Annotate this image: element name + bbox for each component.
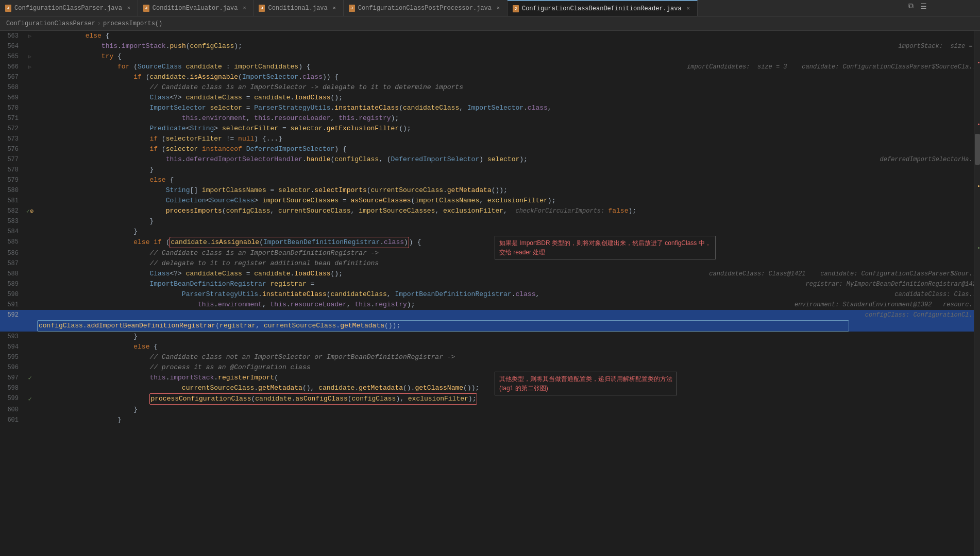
line-content: Class<?> candidateClass = candidate.load… bbox=[35, 269, 694, 279]
line-content: for (SourceClass candidate : importCandi… bbox=[35, 62, 671, 72]
table-row: 584 } bbox=[0, 227, 980, 237]
line-number: 588 bbox=[0, 269, 25, 279]
line-content: } bbox=[35, 415, 980, 425]
annotation-popup-597: 其他类型，则将其当做普通配置类，递归调用解析配置类的方法(tag1 的第二张图) bbox=[495, 372, 677, 395]
line-content: else { bbox=[35, 175, 980, 185]
tab-configurationclassbeandefinitionreader[interactable]: J ConfigurationClassBeanDefinitionReader… bbox=[508, 0, 698, 16]
line-markers bbox=[25, 405, 35, 415]
table-row: 596 // process it as an @Configuration c… bbox=[0, 362, 980, 373]
line-content: if (candidate.isAssignable(ImportSelecto… bbox=[35, 72, 980, 82]
table-row: 566 ▷ for (SourceClass candidate : impor… bbox=[0, 62, 980, 72]
line-number: 585 bbox=[0, 237, 25, 248]
tab-label: ConfigurationClassBeanDefinitionReader.j… bbox=[522, 5, 682, 12]
line-hint: configClass: ConfigurationCl... bbox=[849, 310, 980, 332]
line-markers bbox=[25, 134, 35, 144]
java-file-icon: J bbox=[5, 5, 11, 12]
line-number: 566 bbox=[0, 62, 25, 72]
line-content: this.deferredImportSelectorHandler.handl… bbox=[35, 154, 864, 165]
line-markers bbox=[25, 352, 35, 362]
line-number: 571 bbox=[0, 113, 25, 124]
tab-close-icon[interactable]: × bbox=[495, 5, 502, 12]
table-row: 589 ImportBeanDefinitionRegistrar regist… bbox=[0, 279, 980, 289]
line-content: processImports(configClass, currentSourc… bbox=[35, 206, 980, 216]
line-number: 579 bbox=[0, 175, 25, 185]
line-markers bbox=[25, 362, 35, 373]
table-row: 576 if (selector instanceof DeferredImpo… bbox=[0, 144, 980, 154]
table-row: 583 } bbox=[0, 216, 980, 227]
line-content: Class<?> candidateClass = candidate.load… bbox=[35, 93, 980, 103]
line-content: } bbox=[35, 165, 980, 175]
line-markers bbox=[25, 93, 35, 103]
table-row: 594 else { bbox=[0, 342, 980, 352]
breadcrumb-separator: › bbox=[97, 20, 101, 27]
fold-icon: ▷ bbox=[28, 33, 31, 39]
check-icon: ✓ bbox=[28, 395, 31, 403]
tab-configurationclassparser[interactable]: J ConfigurationClassParser.java × bbox=[0, 0, 138, 16]
scrollbar-track[interactable] bbox=[974, 31, 980, 556]
line-number: 597 bbox=[0, 373, 25, 383]
table-row: 573 if (selectorFilter != null) {...} bbox=[0, 134, 980, 144]
table-row: 563 ▷ else { bbox=[0, 31, 980, 41]
fold-icon: ▷ bbox=[28, 54, 31, 60]
line-markers bbox=[25, 248, 35, 258]
line-markers bbox=[25, 82, 35, 93]
tab-configurationclasspostprocessor[interactable]: J ConfigurationClassPostProcessor.java × bbox=[344, 0, 508, 16]
scrollbar-thumb[interactable] bbox=[975, 134, 980, 165]
fold-icon: ▷ bbox=[28, 64, 31, 70]
line-markers bbox=[25, 415, 35, 425]
line-content: this.environment, this.resourceLoader, t… bbox=[35, 300, 779, 310]
tab-label: ConfigurationClassParser.java bbox=[14, 5, 122, 12]
line-hint: importStack: size = 1 bbox=[890, 41, 980, 51]
line-markers bbox=[25, 72, 35, 82]
code-scroll-area[interactable]: 563 ▷ else { 564 this.importStack.push(c… bbox=[0, 31, 980, 556]
java-file-icon3: J bbox=[259, 5, 265, 12]
table-row: 588 Class<?> candidateClass = candidate.… bbox=[0, 269, 980, 279]
line-number: 587 bbox=[0, 258, 25, 269]
tab-close-icon[interactable]: × bbox=[331, 5, 338, 12]
line-number: 564 bbox=[0, 41, 25, 51]
table-row: 586 // Candidate class is an ImportBeanD… bbox=[0, 248, 980, 258]
line-content: String[] importClassNames = selector.sel… bbox=[35, 185, 980, 196]
tab-conditional[interactable]: J Conditional.java × bbox=[254, 0, 343, 16]
table-row: 570 ImportSelector selector = ParserStra… bbox=[0, 103, 980, 113]
tab-close-icon[interactable]: × bbox=[241, 5, 248, 12]
scroll-marker bbox=[978, 185, 979, 187]
line-content: this.environment, this.resourceLoader, t… bbox=[35, 113, 980, 124]
line-number: 590 bbox=[0, 289, 25, 300]
line-markers bbox=[25, 269, 35, 279]
line-number: 581 bbox=[0, 196, 25, 206]
line-markers bbox=[25, 279, 35, 289]
line-content: configClass.addImportBeanDefinitionRegis… bbox=[35, 310, 849, 332]
table-row: 598 currentSourceClass.getMetadata(), ca… bbox=[0, 383, 980, 393]
line-number: 565 bbox=[0, 51, 25, 62]
line-markers bbox=[25, 124, 35, 134]
java-file-icon2: J bbox=[143, 5, 149, 12]
line-markers: ✓ bbox=[25, 373, 35, 383]
tab-label: ConditionEvaluator.java bbox=[153, 5, 238, 12]
table-row: 590 ParserStrategyUtils.instantiateClass… bbox=[0, 289, 980, 300]
editor-toolbar: ⧉ ☰ bbox=[906, 1, 928, 11]
line-hint: registrar: MyImportBeanDefinitionRegistr… bbox=[790, 279, 980, 289]
line-hint: importCandidates: size = 3 candidate: Co… bbox=[671, 62, 980, 72]
split-editor-icon[interactable]: ⧉ bbox=[906, 1, 916, 11]
table-row: 569 Class<?> candidateClass = candidate.… bbox=[0, 93, 980, 103]
tab-close-icon[interactable]: × bbox=[685, 5, 692, 12]
tab-conditionevaluator[interactable]: J ConditionEvaluator.java × bbox=[138, 0, 254, 16]
line-markers bbox=[25, 300, 35, 310]
line-number: 594 bbox=[0, 342, 25, 352]
line-content: // delegate to it to register additional… bbox=[35, 258, 980, 269]
scroll-marker bbox=[978, 124, 979, 125]
line-hint: candidateClass: Clas... bbox=[879, 289, 980, 300]
line-content: else { bbox=[35, 342, 980, 352]
target-icon: ⊙ bbox=[30, 207, 33, 215]
line-markers bbox=[25, 185, 35, 196]
line-number: 582 bbox=[0, 206, 25, 216]
line-number: 595 bbox=[0, 352, 25, 362]
line-content: } bbox=[35, 332, 980, 342]
recent-files-icon[interactable]: ☰ bbox=[918, 1, 928, 11]
line-markers bbox=[25, 144, 35, 154]
table-row: 582 ✓ ⊙ processImports(configClass, curr… bbox=[0, 206, 980, 216]
tab-close-icon[interactable]: × bbox=[125, 5, 132, 12]
line-number: 592 bbox=[0, 310, 25, 332]
line-markers bbox=[25, 196, 35, 206]
